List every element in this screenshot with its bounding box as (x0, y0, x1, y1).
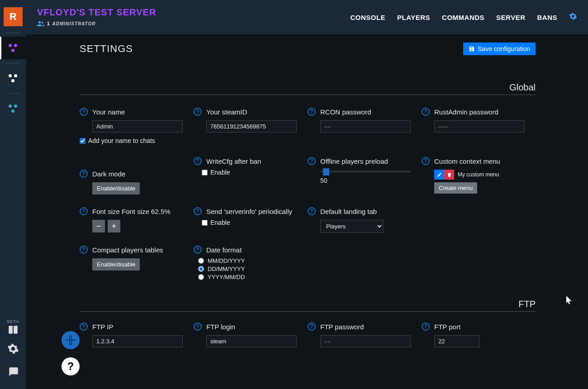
app-logo[interactable]: R (4, 7, 23, 26)
users-icon (37, 20, 44, 28)
writecfg-label: WriteCfg after ban (206, 157, 261, 165)
help-icon[interactable]: ? (80, 207, 88, 215)
save-icon (469, 46, 475, 52)
rustadmin-password-label: RustAdmin password (434, 108, 498, 116)
help-button[interactable]: ? (62, 357, 80, 375)
trash-icon (447, 172, 452, 177)
panels-icon (7, 324, 19, 336)
add-name-to-chats-checkbox[interactable] (80, 138, 85, 144)
nav-settings-icon[interactable] (569, 12, 577, 23)
discord-icon (7, 365, 19, 377)
steamid-input[interactable] (206, 120, 297, 133)
your-name-label: Your name (92, 108, 125, 116)
delete-menu-button[interactable] (444, 170, 454, 180)
custom-menu-label: Custom context menu (434, 157, 500, 165)
landing-tab-select[interactable]: Players (320, 220, 384, 233)
serverinfo-checkbox[interactable] (202, 220, 208, 226)
your-name-input[interactable] (92, 120, 183, 133)
nav-players[interactable]: PLAYERS (397, 14, 430, 21)
compact-tables-label: Compact players tables (92, 246, 163, 254)
rail-beta[interactable]: BETA (7, 318, 19, 337)
create-menu-button[interactable]: Create menu (434, 182, 477, 194)
help-icon[interactable]: ? (194, 108, 202, 116)
ftp-password-input[interactable] (320, 335, 411, 347)
dark-mode-label: Dark mode (92, 170, 125, 178)
help-icon[interactable]: ? (80, 246, 88, 254)
gear-icon (7, 343, 19, 355)
rcon-password-label: RCON password (320, 108, 371, 116)
help-icon[interactable]: ? (422, 108, 430, 116)
svg-rect-0 (9, 326, 13, 333)
header-nav: CONSOLE PLAYERS COMMANDS SERVER BANS (350, 12, 577, 23)
writecfg-checkbox-label: Enable (210, 169, 230, 176)
help-icon[interactable]: ? (194, 246, 202, 254)
help-icon[interactable]: ? (80, 170, 88, 178)
globe-icon (65, 334, 76, 346)
serverinfo-checkbox-label: Enable (210, 219, 230, 226)
help-icon[interactable]: ? (194, 207, 202, 215)
rail-server-1[interactable] (0, 37, 26, 59)
steamid-label: Your steamID (206, 108, 247, 116)
ftp-port-label: FTP port (434, 323, 460, 331)
date-format-option-1[interactable] (198, 266, 204, 272)
add-name-to-chats-label: Add your name to chats (88, 137, 155, 144)
role-label: ADMINISTRATOR (52, 21, 96, 26)
date-format-label: Date format (206, 246, 242, 254)
nav-bans[interactable]: BANS (537, 14, 557, 21)
edit-menu-button[interactable] (434, 170, 444, 180)
help-icon[interactable]: ? (308, 323, 316, 331)
help-icon[interactable]: ? (422, 157, 430, 165)
section-global-header: Global (80, 82, 536, 95)
date-format-option-2[interactable] (198, 274, 204, 280)
ftp-port-input[interactable] (434, 335, 479, 347)
globe-button[interactable] (62, 331, 80, 349)
left-rail: R BETA (0, 0, 26, 389)
rail-discord[interactable] (0, 360, 26, 383)
section-ftp-header: FTP (80, 299, 536, 312)
nav-commands[interactable]: COMMANDS (442, 14, 484, 21)
pencil-icon (437, 172, 442, 177)
nav-console[interactable]: CONSOLE (350, 14, 385, 21)
save-configuration-button[interactable]: Save configuration (463, 43, 536, 55)
ftp-login-input[interactable] (206, 335, 297, 347)
help-icon[interactable]: ? (308, 207, 316, 215)
page-title: SETTINGS (80, 43, 133, 55)
rail-server-3[interactable] (0, 97, 26, 120)
slider-thumb[interactable] (323, 168, 329, 176)
rail-settings[interactable] (0, 337, 26, 360)
help-icon[interactable]: ? (80, 108, 88, 116)
ftp-login-label: FTP login (206, 323, 235, 331)
ftp-password-label: FTP password (320, 323, 364, 331)
rail-server-2[interactable] (0, 67, 26, 90)
help-icon[interactable]: ? (308, 157, 316, 165)
custom-menu-item-label: My custom menu (458, 171, 499, 178)
font-size-decrease-button[interactable]: − (92, 220, 105, 232)
svg-point-3 (41, 22, 43, 24)
svg-rect-1 (14, 326, 18, 333)
rustadmin-password-input[interactable] (434, 120, 525, 133)
compact-tables-toggle-button[interactable]: Enable/disable (92, 258, 140, 270)
date-format-option-0[interactable] (198, 258, 204, 264)
help-icon[interactable]: ? (194, 157, 202, 165)
ftp-ip-input[interactable] (92, 335, 183, 347)
offline-preload-value: 50 (320, 177, 413, 184)
main-area: SETTINGS Save configuration Global ? You… (26, 34, 588, 389)
help-icon[interactable]: ? (422, 323, 430, 331)
rcon-password-input[interactable] (320, 120, 411, 133)
offline-preload-slider[interactable] (320, 171, 411, 172)
ftp-ip-label: FTP IP (92, 323, 113, 331)
font-size-increase-button[interactable]: + (108, 220, 120, 232)
nav-server[interactable]: SERVER (496, 14, 525, 21)
help-icon[interactable]: ? (80, 323, 88, 331)
server-title: VFLOYD'S TEST SERVER (37, 7, 156, 18)
help-icon[interactable]: ? (308, 108, 316, 116)
offline-preload-label: Offline players preload (320, 157, 388, 165)
svg-point-2 (38, 21, 41, 23)
serverinfo-label: Send 'serverinfo' periodically (206, 208, 292, 215)
landing-tab-label: Default landing tab (320, 208, 377, 215)
dark-mode-toggle-button[interactable]: Enable/disable (92, 182, 140, 194)
font-size-label: Font size Font size 62.5% (92, 208, 171, 215)
writecfg-checkbox[interactable] (202, 170, 208, 176)
header-bar: VFLOYD'S TEST SERVER 1 ADMINISTRATOR CON… (26, 0, 588, 34)
help-icon[interactable]: ? (194, 323, 202, 331)
